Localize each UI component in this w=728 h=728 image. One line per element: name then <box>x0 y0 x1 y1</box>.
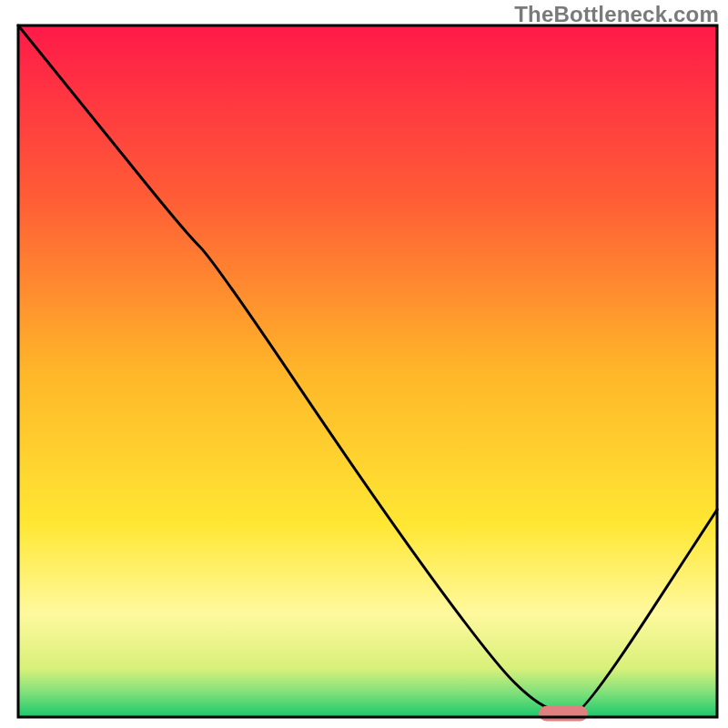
optimal-region-marker <box>539 706 588 722</box>
plot-background <box>18 25 717 717</box>
bottleneck-chart <box>0 0 728 728</box>
watermark-text: TheBottleneck.com <box>514 2 719 27</box>
chart-stage: TheBottleneck.com <box>0 0 728 728</box>
